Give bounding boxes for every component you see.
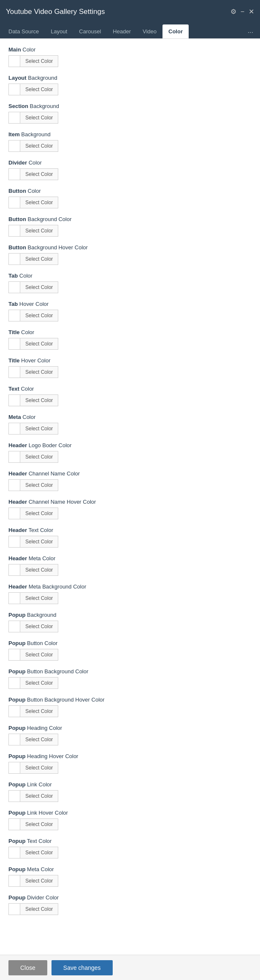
color-label-button-background-hover-color: Button Background Hover Color xyxy=(8,244,252,251)
color-field-header-text-color: Header Text ColorSelect Color xyxy=(8,527,252,548)
save-button[interactable]: Save changes xyxy=(51,960,113,975)
color-select-button-header-text-color[interactable]: Select Color xyxy=(20,536,58,548)
tab-carousel[interactable]: Carousel xyxy=(73,24,107,38)
color-swatch-text-color[interactable] xyxy=(8,394,20,406)
color-swatch-layout-background[interactable] xyxy=(8,84,20,95)
color-picker-row-item-background: Select Color xyxy=(8,140,252,152)
color-field-popup-link-color: Popup Link ColorSelect Color xyxy=(8,781,252,802)
color-select-button-text-color[interactable]: Select Color xyxy=(20,394,58,406)
tab-data-source[interactable]: Data Source xyxy=(3,24,45,38)
color-field-tab-color: Tab ColorSelect Color xyxy=(8,273,252,293)
color-swatch-button-background-color[interactable] xyxy=(8,225,20,237)
color-swatch-item-background[interactable] xyxy=(8,140,20,152)
color-swatch-popup-text-color[interactable] xyxy=(8,847,20,859)
color-swatch-header-logo-border-color[interactable] xyxy=(8,451,20,463)
color-field-main-color: Main ColorSelect Color xyxy=(8,46,252,67)
color-select-button-popup-heading-hover-color[interactable]: Select Color xyxy=(20,762,58,774)
close-icon[interactable]: ✕ xyxy=(249,8,254,16)
color-swatch-section-background[interactable] xyxy=(8,112,20,124)
color-field-text-color: Text ColorSelect Color xyxy=(8,386,252,406)
color-select-button-popup-divider-color[interactable]: Select Color xyxy=(20,903,58,915)
color-select-button-popup-heading-color[interactable]: Select Color xyxy=(20,734,58,745)
color-swatch-popup-link-hover-color[interactable] xyxy=(8,818,20,830)
tab-video[interactable]: Video xyxy=(137,24,162,38)
color-swatch-header-text-color[interactable] xyxy=(8,536,20,548)
color-picker-row-tab-hover-color: Select Color xyxy=(8,310,252,321)
color-select-button-meta-color[interactable]: Select Color xyxy=(20,423,58,435)
color-select-button-divider-color[interactable]: Select Color xyxy=(20,168,58,180)
color-swatch-divider-color[interactable] xyxy=(8,168,20,180)
minimize-icon[interactable]: − xyxy=(241,8,244,16)
color-swatch-popup-divider-color[interactable] xyxy=(8,903,20,915)
color-swatch-meta-color[interactable] xyxy=(8,423,20,435)
color-picker-row-button-color: Select Color xyxy=(8,197,252,208)
color-label-text-color: Text Color xyxy=(8,386,252,392)
color-select-button-header-meta-color[interactable]: Select Color xyxy=(20,564,58,576)
color-field-header-logo-border-color: Header Logo Boder ColorSelect Color xyxy=(8,442,252,463)
color-swatch-title-color[interactable] xyxy=(8,338,20,350)
tab-layout[interactable]: Layout xyxy=(45,24,73,38)
color-label-header-channel-name-color: Header Channel Name Color xyxy=(8,470,252,477)
color-swatch-main-color[interactable] xyxy=(8,55,20,67)
color-field-divider-color: Divider ColorSelect Color xyxy=(8,159,252,180)
tab-header[interactable]: Header xyxy=(107,24,137,38)
color-select-button-button-color[interactable]: Select Color xyxy=(20,197,58,208)
color-select-button-popup-link-hover-color[interactable]: Select Color xyxy=(20,818,58,830)
color-swatch-popup-meta-color[interactable] xyxy=(8,875,20,887)
color-swatch-button-color[interactable] xyxy=(8,197,20,208)
close-button[interactable]: Close xyxy=(8,960,47,975)
color-select-button-popup-button-color[interactable]: Select Color xyxy=(20,649,58,661)
color-picker-row-header-meta-background-color: Select Color xyxy=(8,592,252,604)
color-swatch-popup-button-background-hover-color[interactable] xyxy=(8,705,20,717)
color-picker-row-header-channel-name-hover-color: Select Color xyxy=(8,508,252,519)
color-select-button-header-channel-name-hover-color[interactable]: Select Color xyxy=(20,508,58,519)
color-swatch-title-hover-color[interactable] xyxy=(8,366,20,378)
color-select-button-title-hover-color[interactable]: Select Color xyxy=(20,366,58,378)
color-picker-row-popup-link-hover-color: Select Color xyxy=(8,818,252,830)
color-swatch-header-meta-background-color[interactable] xyxy=(8,592,20,604)
tab-more[interactable]: ... xyxy=(244,23,257,38)
color-swatch-button-background-hover-color[interactable] xyxy=(8,253,20,265)
color-swatch-tab-color[interactable] xyxy=(8,281,20,293)
color-select-button-popup-meta-color[interactable]: Select Color xyxy=(20,875,58,887)
color-swatch-tab-hover-color[interactable] xyxy=(8,310,20,321)
color-swatch-popup-button-color[interactable] xyxy=(8,649,20,661)
color-field-item-background: Item BackgroundSelect Color xyxy=(8,131,252,152)
color-swatch-popup-heading-color[interactable] xyxy=(8,734,20,745)
color-select-button-header-channel-name-color[interactable]: Select Color xyxy=(20,479,58,491)
color-select-button-header-meta-background-color[interactable]: Select Color xyxy=(20,592,58,604)
color-select-button-item-background[interactable]: Select Color xyxy=(20,140,58,152)
settings-icon[interactable]: ⚙ xyxy=(230,8,236,16)
color-label-popup-meta-color: Popup Meta Color xyxy=(8,866,252,872)
color-select-button-header-logo-border-color[interactable]: Select Color xyxy=(20,451,58,463)
color-label-popup-link-color: Popup Link Color xyxy=(8,781,252,788)
color-select-button-layout-background[interactable]: Select Color xyxy=(20,84,58,95)
color-swatch-header-meta-color[interactable] xyxy=(8,564,20,576)
color-swatch-header-channel-name-color[interactable] xyxy=(8,479,20,491)
color-select-button-main-color[interactable]: Select Color xyxy=(20,55,58,67)
color-select-button-tab-hover-color[interactable]: Select Color xyxy=(20,310,58,321)
color-swatch-header-channel-name-hover-color[interactable] xyxy=(8,508,20,519)
color-select-button-popup-link-color[interactable]: Select Color xyxy=(20,790,58,802)
color-swatch-popup-background[interactable] xyxy=(8,621,20,632)
color-select-button-popup-button-background-hover-color[interactable]: Select Color xyxy=(20,705,58,717)
color-label-popup-button-background-hover-color: Popup Button Background Hover Color xyxy=(8,697,252,703)
color-picker-row-popup-button-color: Select Color xyxy=(8,649,252,661)
color-swatch-popup-heading-hover-color[interactable] xyxy=(8,762,20,774)
color-select-button-popup-background[interactable]: Select Color xyxy=(20,621,58,632)
color-select-button-title-color[interactable]: Select Color xyxy=(20,338,58,350)
color-select-button-popup-text-color[interactable]: Select Color xyxy=(20,847,58,859)
color-select-button-tab-color[interactable]: Select Color xyxy=(20,281,58,293)
color-select-button-section-background[interactable]: Select Color xyxy=(20,112,58,124)
color-picker-row-popup-text-color: Select Color xyxy=(8,847,252,859)
color-select-button-button-background-hover-color[interactable]: Select Color xyxy=(20,253,58,265)
color-select-button-popup-button-background-color[interactable]: Select Color xyxy=(20,677,58,689)
color-swatch-popup-link-color[interactable] xyxy=(8,790,20,802)
color-select-button-button-background-color[interactable]: Select Color xyxy=(20,225,58,237)
color-picker-row-header-channel-name-color: Select Color xyxy=(8,479,252,491)
color-field-section-background: Section BackgroundSelect Color xyxy=(8,103,252,124)
color-label-popup-heading-color: Popup Heading Color xyxy=(8,725,252,731)
tab-color[interactable]: Color xyxy=(162,24,189,38)
color-label-tab-hover-color: Tab Hover Color xyxy=(8,301,252,307)
color-swatch-popup-button-background-color[interactable] xyxy=(8,677,20,689)
